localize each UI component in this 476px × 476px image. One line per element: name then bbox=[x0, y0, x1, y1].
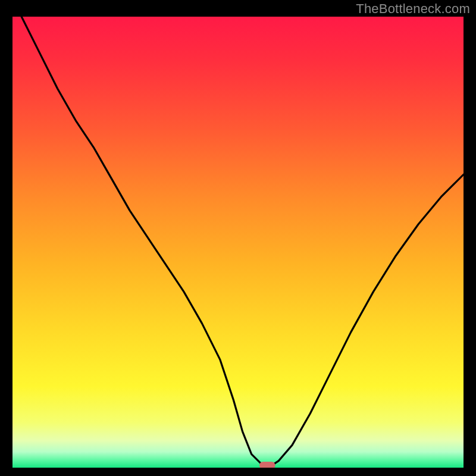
chart-svg bbox=[12, 17, 464, 468]
chart-container: TheBottleneck.com bbox=[0, 0, 476, 476]
optimal-marker bbox=[259, 462, 275, 468]
watermark-text: TheBottleneck.com bbox=[356, 1, 470, 17]
gradient-background bbox=[12, 17, 464, 468]
plot-area bbox=[12, 17, 464, 468]
